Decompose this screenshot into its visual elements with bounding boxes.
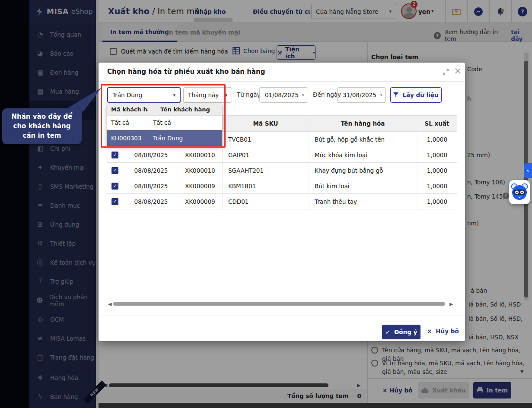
row-checkbox[interactable]: ✓ <box>111 152 118 158</box>
modal-hscrollbar-thumb[interactable] <box>113 302 445 306</box>
dropdown-option-all[interactable]: Tất cả Tất cả <box>107 115 222 130</box>
expand-icon[interactable] <box>443 69 449 76</box>
chatbot-button[interactable] <box>509 180 530 204</box>
modal-footer-divider <box>99 316 465 316</box>
chatbot-robot-icon <box>510 183 529 202</box>
table-row[interactable]: ✓ 08/08/2025 XK000009 CDD01 Tranh thêu t… <box>107 194 457 209</box>
customer-select[interactable]: Trần Dung ▾ <box>107 87 181 103</box>
close-icon: × <box>427 328 432 335</box>
calendar-icon[interactable] <box>380 92 382 98</box>
close-icon[interactable]: × <box>454 65 462 76</box>
period-select-value: Tháng này <box>188 92 219 98</box>
dropdown-header-name: Tên khách hàng <box>148 106 222 113</box>
header-sku: Mã SKU <box>223 116 309 131</box>
filter-funnel-icon <box>393 92 398 98</box>
customer-select-value: Trần Dung <box>112 92 142 98</box>
dropdown-header-row: Mã khách hàng Tên khách hàng <box>107 103 222 115</box>
header-qty: SL xuất <box>417 116 457 131</box>
header-name: Tên hàng hóa <box>309 116 417 131</box>
dropdown-option-selected[interactable]: KH000303 Trần Dung <box>107 130 222 146</box>
row-checkbox[interactable]: ✓ <box>111 198 118 205</box>
select-goods-modal: Chọn hàng hóa từ phiếu xuất kho bán hàng… <box>99 63 465 341</box>
table-row[interactable]: ✓ 08/08/2025 XK000009 KBM1801 Bút kim lo… <box>107 178 457 194</box>
from-date-input[interactable]: 01/08/2025 <box>259 87 308 103</box>
dropdown-header-code: Mã khách hàng <box>107 106 148 113</box>
chevron-left-icon: ‹ <box>527 167 529 174</box>
row-checkbox[interactable]: ✓ <box>111 167 118 174</box>
row-checkbox[interactable]: ✓ <box>111 183 118 190</box>
collapse-panel-tab[interactable]: ‹ <box>524 163 532 178</box>
period-select[interactable]: Tháng này ▾ <box>183 87 232 103</box>
to-date-input[interactable]: 31/08/2025 <box>337 87 386 103</box>
check-icon: ✓ <box>385 329 390 335</box>
app-window: MISA eShop ◔Tổng quan ◕Báo cáo ▣Đơn hàng… <box>0 0 532 408</box>
modal-header: Chọn hàng hóa từ phiếu xuất kho bán hàng… <box>99 63 465 82</box>
modal-hscroll-right-icon[interactable]: ▶ <box>449 301 453 307</box>
chevron-down-icon: ▾ <box>225 92 227 98</box>
fetch-data-button[interactable]: Lấy dữ liệu <box>390 87 442 103</box>
instruction-tooltip: Nhấn vào đây để cho khách hàng cần in te… <box>2 108 82 144</box>
table-row[interactable]: ✓ 08/08/2025 XK000010 GAIP01 Móc khóa ki… <box>107 147 457 163</box>
cancel-button[interactable]: × Hủy bỏ <box>427 328 459 335</box>
calendar-icon[interactable] <box>302 92 304 98</box>
modal-hscroll-left-icon[interactable]: ◀ <box>108 301 111 307</box>
chevron-down-icon: ▾ <box>173 92 175 98</box>
table-row[interactable]: ✓ 08/08/2025 XK000010 SGAAHT201 Khay đựn… <box>107 163 457 178</box>
modal-title: Chọn hàng hóa từ phiếu xuất kho bán hàng <box>107 68 265 76</box>
from-date-label: Từ ngày <box>237 91 260 98</box>
customer-dropdown-panel: Mã khách hàng Tên khách hàng Tất cả Tất … <box>107 103 222 146</box>
confirm-button[interactable]: ✓ Đồng ý <box>382 325 421 339</box>
